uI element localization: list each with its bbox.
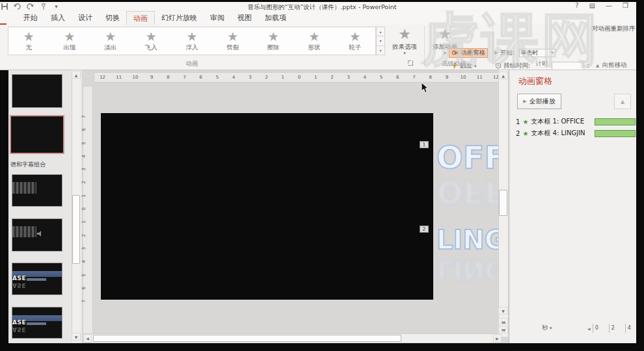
animation-group-label: 动画 (8, 60, 376, 68)
animation-gallery-item[interactable]: ★ 出现 (49, 27, 90, 55)
play-all-button[interactable]: ▶ 全部播放 (517, 94, 561, 109)
slide-thumbnail[interactable] (12, 174, 62, 207)
gallery-scroll-down-icon[interactable]: ▾ (376, 36, 385, 46)
animation-gallery-item[interactable]: ★ 浮入 (172, 27, 213, 55)
animation-gallery-item-label: 浮入 (186, 44, 198, 52)
animation-star-icon: ★ (146, 30, 157, 43)
minimize-icon[interactable]: — (606, 2, 612, 9)
animation-gallery-item[interactable]: ★ 劈裂 (212, 27, 253, 55)
next-slide-icon[interactable]: ▼▼ (498, 326, 508, 333)
editor-horizontal-scrollbar-thumb[interactable] (93, 335, 401, 342)
animation-timing-bar[interactable] (595, 118, 636, 125)
ruler-number: 9 (438, 73, 455, 82)
animation-item-index: 2 (516, 130, 520, 137)
frame-left (0, 70, 8, 351)
slide-thumbnail[interactable]: ASE ASE (12, 263, 62, 295)
animation-gallery-item[interactable]: ★ 轮子 (334, 27, 375, 55)
ribbon-tab[interactable]: 加载项 (258, 11, 293, 25)
ribbon-tab[interactable]: 动画 (126, 11, 155, 25)
gallery-more-icon[interactable]: ▾ (376, 46, 385, 55)
slide-thumbnail[interactable]: ASE ASE (12, 307, 62, 339)
start-select[interactable]: 单击时 ▾ (519, 49, 556, 57)
ruler-number: 6 (81, 283, 94, 292)
animation-pane-item[interactable]: 2 ★ 文本框 4: LINGJIN (516, 127, 633, 139)
seconds-dropdown-icon: ▾ (550, 326, 552, 330)
ribbon-options-icon[interactable]: ▤ (589, 2, 595, 9)
animation-gallery-item[interactable]: ★ 无 (8, 27, 49, 55)
animation-pane: 动画窗格 ▶ 全部播放 ▲ 1 ★ 文本框 1: OFFICE 2 ★ 文本框 … (509, 70, 636, 343)
thumbnail-scroll-down-icon[interactable]: ▼ (72, 333, 81, 341)
slide-canvas[interactable] (101, 113, 433, 300)
previous-slide-icon[interactable]: ▲▲ (498, 318, 508, 325)
editor-scroll-up-icon[interactable]: ▲ (498, 72, 508, 79)
ribbon-tabs: 开始插入设计切换动画幻灯片放映审阅视图加载项 (17, 11, 293, 25)
animation-gallery-item[interactable]: ★ 形状 (294, 27, 335, 55)
ruler-number: 0 (291, 73, 307, 82)
ribbon-tab[interactable]: 开始 (17, 11, 44, 25)
add-animation-button[interactable]: ★ 添加动画 ▾ (428, 26, 462, 64)
gallery-scroll-up-icon[interactable]: ▴ (376, 27, 385, 36)
animation-gallery-item-label: 轮子 (349, 44, 361, 52)
frame-top (0, 0, 644, 2)
slide-thumbnail-selected[interactable] (10, 115, 64, 154)
effect-options-button[interactable]: ★ 效果选项 ▾ (388, 26, 422, 64)
animation-order-badge[interactable]: 1 (420, 141, 429, 148)
animation-gallery-item[interactable]: ★ 飞入 (131, 27, 172, 55)
restore-icon[interactable]: ❐ (623, 2, 628, 9)
seconds-selector[interactable]: 秒 ▾ (542, 324, 552, 332)
ribbon-tab[interactable]: 视图 (231, 11, 258, 25)
effect-options-star-icon: ★ (398, 26, 411, 43)
ribbon-tab[interactable]: 切换 (99, 11, 126, 25)
slide-thumbnail[interactable] (12, 74, 62, 108)
animation-timing-bar[interactable] (595, 130, 636, 137)
animation-gallery-item[interactable]: ★ 淡出 (90, 27, 131, 55)
ruler-number: 1 (275, 73, 291, 82)
start-play-icon: ▶ (494, 50, 498, 55)
ribbon-tab[interactable]: 幻灯片放映 (155, 11, 204, 25)
animation-pane-button[interactable]: 动画窗格 (449, 48, 488, 58)
advanced-animation-group-label: 高级动画 (416, 60, 492, 68)
offslide-text-region: OFFICE OFFICE LINGJIN LINGJIN (434, 113, 508, 300)
timeline-tick: 2 (609, 324, 625, 333)
ruler-number: 7 (81, 296, 94, 306)
animation-gallery-item-label: 劈裂 (226, 44, 239, 52)
reorder-up-button[interactable]: ▲ (614, 94, 631, 109)
offslide-word-lingjin[interactable]: LINGJIN (436, 225, 508, 255)
editor-vertical-scrollbar-thumb[interactable] (499, 190, 507, 216)
animation-item-star-icon: ★ (522, 118, 528, 125)
section-label[interactable]: 谱和字幕组合 (10, 161, 46, 169)
animation-item-label: 文本框 1: OFFICE (531, 117, 584, 126)
animation-star-icon: ★ (227, 30, 238, 43)
editor-scroll-right-icon[interactable]: ▶ (493, 334, 502, 343)
animation-dialog-launcher[interactable] (408, 60, 413, 66)
group-separator (492, 26, 493, 66)
ruler-number: 5 (81, 138, 94, 148)
ruler-number: 4 (81, 257, 94, 266)
editor-scroll-down-icon[interactable]: ▼ (498, 307, 508, 315)
offslide-word-office[interactable]: OFFICE (436, 139, 508, 176)
ribbon-tab[interactable]: 设计 (72, 11, 99, 25)
animation-order-badge[interactable]: 2 (420, 226, 429, 233)
help-icon[interactable]: ? (575, 2, 578, 9)
ribbon-tab[interactable]: 插入 (44, 11, 72, 25)
thumbnail-scroll-up-icon[interactable]: ▲ (72, 71, 81, 79)
slide-thumbnail[interactable] (12, 218, 62, 252)
ribbon-tab[interactable]: 审阅 (204, 11, 231, 25)
animation-star-icon: ★ (268, 30, 279, 43)
ruler-number: 7 (81, 112, 94, 121)
move-earlier-button[interactable]: ▲ 向前移动 (596, 61, 626, 70)
editor-scroll-left-icon[interactable]: ◀ (83, 334, 92, 343)
frame-right (636, 0, 644, 351)
slide-thumbnail-panel: 谱和字幕组合 ASE ASE ASE ASE ▲ ▼ (8, 70, 82, 343)
timeline-left-icon[interactable]: ◀ (587, 326, 591, 331)
ruler-number: 3 (340, 73, 356, 82)
animation-item-star-icon: ★ (522, 130, 528, 137)
ruler-number: 5 (209, 73, 225, 82)
animation-gallery-item[interactable]: ★ 擦除 (253, 27, 294, 55)
start-dropdown-icon: ▾ (551, 51, 554, 55)
ruler-number: 8 (422, 73, 438, 82)
ruler-number: 1 (81, 191, 94, 200)
pane-timeline: ◀ 024 (587, 324, 641, 333)
animation-pane-item[interactable]: 1 ★ 文本框 1: OFFICE (516, 116, 633, 127)
thumbnail-scrollbar-thumb[interactable] (72, 195, 80, 264)
